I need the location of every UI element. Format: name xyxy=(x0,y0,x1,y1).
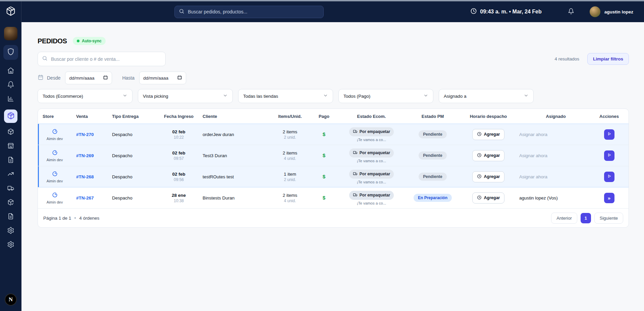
sidebar-item-package-check[interactable] xyxy=(7,199,15,207)
pm-status-badge: Pendiente xyxy=(419,173,446,181)
sidebar-item-store[interactable] xyxy=(7,142,15,150)
date-from-input[interactable]: dd/mm/aaaa xyxy=(65,72,112,84)
advance-order-button[interactable]: » xyxy=(604,193,614,203)
store-name: Aimin dev xyxy=(47,200,63,204)
add-schedule-button[interactable]: Agregar xyxy=(472,150,505,161)
chevron-down-icon xyxy=(423,93,428,99)
add-schedule-button[interactable]: Agregar xyxy=(472,171,505,182)
filter-view-select[interactable]: Vista picking xyxy=(138,89,233,103)
shield-icon xyxy=(7,48,15,57)
order-link[interactable]: #TN-268 xyxy=(76,174,94,179)
sidebar-item-analytics[interactable] xyxy=(7,95,15,103)
table-row[interactable]: Aimin dev #TN-268 Despacho 02 feb 09:56 … xyxy=(38,166,629,187)
truck-icon xyxy=(353,150,358,156)
global-search-input[interactable] xyxy=(188,9,319,14)
date-from-label: Desde xyxy=(47,75,60,81)
date-to-input[interactable]: dd/mm/aaaa xyxy=(139,72,186,84)
date-picker-icon[interactable] xyxy=(177,75,182,81)
prev-page-button[interactable]: Anterior xyxy=(551,213,577,224)
play-icon xyxy=(607,131,612,137)
date-to-placeholder: dd/mm/aaaa xyxy=(143,76,168,81)
clock-icon xyxy=(477,174,482,180)
date-picker-icon[interactable] xyxy=(103,75,108,81)
col-header-fecha-ingreso: Fecha Ingreso xyxy=(155,114,203,119)
ecom-note: ¡Te vamos a co... xyxy=(357,201,386,205)
filter-stores-select[interactable]: Todas las tiendas xyxy=(238,89,333,103)
notifications-button[interactable] xyxy=(568,8,574,16)
items-count: 2 items xyxy=(269,150,311,156)
items-count: 1 item xyxy=(269,172,311,177)
assign-now-link[interactable]: Asignar ahora xyxy=(517,153,547,158)
truck-icon xyxy=(353,192,358,198)
add-schedule-button[interactable]: Agregar xyxy=(472,192,505,204)
order-link[interactable]: #TN-267 xyxy=(76,195,94,201)
results-count: 4 resultados xyxy=(554,56,579,61)
items-count: 2 items xyxy=(269,129,311,134)
assign-now-link[interactable]: Asignar ahora xyxy=(517,174,547,179)
order-link[interactable]: #TN-270 xyxy=(76,132,94,137)
sidebar-item-home[interactable] xyxy=(7,67,15,75)
filter-assigned-select[interactable]: Asignado a xyxy=(439,89,534,103)
workspace-avatar[interactable] xyxy=(4,27,17,40)
col-header-estado-ecom: Estado Ecom. xyxy=(337,114,406,119)
pm-status-badge: En Preparación xyxy=(414,194,452,202)
table-row[interactable]: Aimin dev #TN-269 Despacho 02 feb 09:57 … xyxy=(38,145,629,166)
filter-ecommerce-select[interactable]: Todos (Ecommerce) xyxy=(38,89,132,103)
ecom-status-badge: Por empaquetar xyxy=(349,148,394,158)
sidebar-item-notifications[interactable] xyxy=(7,81,15,89)
delivery-type: Despacho xyxy=(112,195,155,201)
ecom-status-label: Por empaquetar xyxy=(360,129,390,134)
delivery-type: Despacho xyxy=(112,174,155,179)
assign-now-link[interactable]: Asignar ahora xyxy=(517,132,547,137)
col-header-venta: Venta xyxy=(76,114,112,119)
page-number-button[interactable]: 1 xyxy=(581,213,591,223)
orders-table: Store Venta Tipo Entrega Fecha Ingreso C… xyxy=(38,108,629,228)
start-order-button[interactable] xyxy=(604,150,614,161)
ecom-status-badge: Por empaquetar xyxy=(349,127,394,136)
order-link[interactable]: #TN-269 xyxy=(76,153,94,158)
store-logo-icon xyxy=(52,149,58,157)
sidebar-item-settings[interactable] xyxy=(7,227,15,235)
table-footer: Página 1 de 1 4 órdenes Anterior 1 Sigui… xyxy=(38,209,629,227)
ecom-status-badge: Por empaquetar xyxy=(349,170,394,179)
sidebar-item-settings-2[interactable] xyxy=(7,241,15,249)
sidebar-item-shield[interactable] xyxy=(3,45,18,60)
order-time: 09:56 xyxy=(155,177,203,182)
sidebar-item-shipping[interactable] xyxy=(7,185,15,193)
add-schedule-label: Agregar xyxy=(484,132,500,137)
sidebar-item-orders-active[interactable] xyxy=(4,109,17,123)
floating-widget-badge[interactable]: N xyxy=(5,294,17,306)
clock-icon xyxy=(477,153,482,159)
app-logo[interactable] xyxy=(0,1,21,22)
pm-status-badge: Pendiente xyxy=(419,130,446,138)
sidebar-item-invoices[interactable] xyxy=(7,213,15,221)
sidebar-item-products[interactable] xyxy=(7,128,15,136)
store-cell: Aimin dev xyxy=(43,192,67,204)
orders-search-input[interactable] xyxy=(51,56,161,62)
clear-filters-button[interactable]: Limpiar filtros xyxy=(587,53,629,65)
start-order-button[interactable] xyxy=(604,172,614,182)
clock-icon xyxy=(477,195,482,201)
sidebar-item-documents[interactable] xyxy=(7,157,15,165)
truck-icon xyxy=(7,184,14,193)
chevron-down-icon xyxy=(323,93,328,99)
table-row[interactable]: Aimin dev #TN-267 Despacho 28 ene 10:38 … xyxy=(38,187,629,209)
start-order-button[interactable] xyxy=(604,129,614,140)
client-name: orderJew duran xyxy=(203,132,269,137)
order-date: 28 ene xyxy=(155,193,203,198)
table-row[interactable]: Aimin dev #TN-270 Despacho 02 feb 10:22 … xyxy=(38,124,629,145)
global-search[interactable] xyxy=(174,6,324,18)
next-page-button[interactable]: Siguiente xyxy=(594,213,623,224)
orders-search[interactable] xyxy=(38,52,166,66)
sidebar-item-reports[interactable] xyxy=(7,171,15,179)
clock-text: 09:43 a. m. • Mar, 24 Feb xyxy=(480,9,541,15)
sidebar: N xyxy=(0,22,21,311)
add-schedule-button[interactable]: Agregar xyxy=(472,129,505,140)
autosync-label: Auto-sync xyxy=(82,39,102,43)
store-logo-icon xyxy=(52,192,58,199)
user-name[interactable]: agustin lopez xyxy=(604,9,633,14)
filter-payment-select[interactable]: Todos (Pago) xyxy=(338,89,433,103)
user-avatar[interactable] xyxy=(590,6,600,17)
add-schedule-label: Agregar xyxy=(484,153,500,158)
calendar-icon xyxy=(38,74,44,82)
